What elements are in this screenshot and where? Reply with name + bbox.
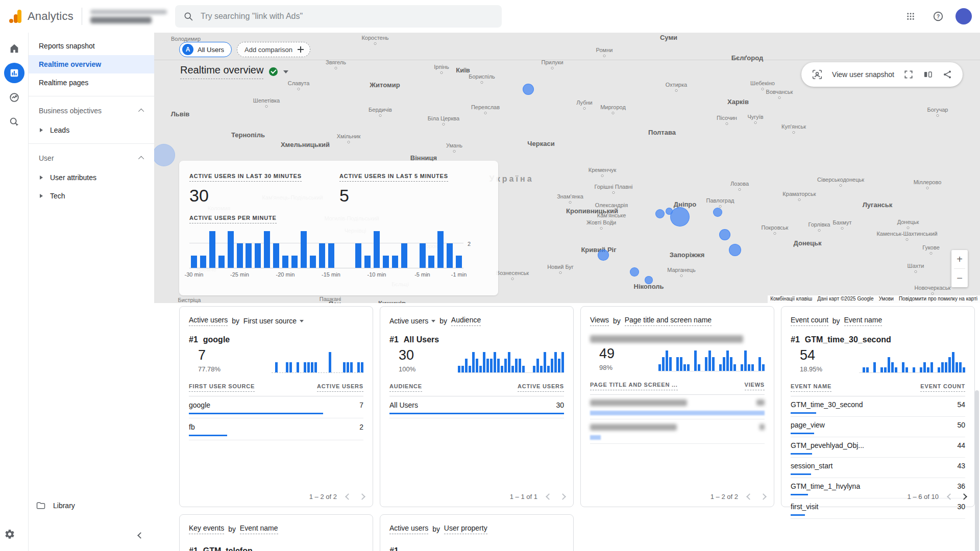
column-header-dimension[interactable]: FIRST USER SOURCE: [189, 383, 255, 392]
card-metric-selector[interactable]: Event count: [791, 316, 828, 326]
sparkline-bar: [952, 352, 954, 372]
sparkline-bar: [490, 359, 493, 372]
sidebar-section-business-objectives[interactable]: Business objectives: [29, 101, 154, 121]
column-header-metric[interactable]: VIEWS: [745, 382, 765, 390]
map-city-label: Міллерово: [914, 179, 942, 185]
active-users-5min-value: 5: [339, 186, 448, 206]
card-metric-selector[interactable]: Active users: [189, 316, 228, 326]
sidebar-item-realtime-pages[interactable]: Realtime pages: [29, 73, 154, 92]
column-header-metric[interactable]: EVENT COUNT: [920, 383, 965, 392]
sparkline-bar: [497, 359, 500, 372]
cell-metric-value: 7: [359, 401, 363, 409]
add-comparison-button[interactable]: Add comparison: [237, 42, 310, 57]
sidebar-item-leads[interactable]: Leads: [29, 121, 154, 139]
report-card: Event count by Event name#1GTM_time_30_s…: [781, 306, 975, 507]
card-top-rank: #1GTM_telefon...: [189, 546, 363, 551]
zoom-out-button[interactable]: −: [951, 269, 968, 287]
card-big-value: 49: [599, 346, 615, 362]
terms-link[interactable]: Умови: [876, 295, 896, 303]
row-value-bar: [189, 413, 323, 414]
column-header-dimension[interactable]: PAGE TITLE AND SCREEN ...: [590, 382, 678, 390]
keyboard-shortcuts-button[interactable]: Комбінації клавіш: [768, 295, 815, 303]
chevron-down-icon[interactable]: [283, 70, 288, 73]
sidebar-item-library[interactable]: Library: [29, 496, 154, 515]
column-header-metric[interactable]: ACTIVE USERS: [317, 383, 363, 392]
card-top-row: 5418.95%: [791, 347, 965, 373]
sparkline-bar: [680, 357, 682, 371]
all-users-comparison-chip[interactable]: A All Users: [179, 42, 232, 57]
card-dimension-selector[interactable]: User property: [444, 524, 487, 534]
sidebar-item-realtime-overview[interactable]: Realtime overview: [29, 55, 154, 73]
admin-settings-gear-icon[interactable]: [4, 529, 15, 540]
page-title[interactable]: Realtime overview: [180, 64, 263, 79]
card-percent: 18.95%: [800, 365, 822, 373]
sparkline-bar: [873, 362, 876, 372]
card-dimension-selector[interactable]: First user source: [243, 317, 297, 325]
column-header-metric[interactable]: ACTIVE USERS: [518, 383, 564, 392]
view-user-snapshot-button[interactable]: View user snapshot: [832, 70, 894, 79]
card-dimension-selector[interactable]: Page title and screen name: [625, 316, 712, 326]
card-title: Active users by User property: [389, 524, 564, 534]
report-map-error-link[interactable]: Повідомити про помилку на карті: [896, 295, 980, 303]
sparkline-bar: [504, 359, 507, 372]
card-metric-selector[interactable]: Active users: [389, 317, 428, 325]
compare-panels-icon[interactable]: [923, 69, 933, 80]
per-minute-bar: [191, 256, 197, 268]
help-icon[interactable]: ?: [928, 6, 948, 27]
google-apps-grid-icon[interactable]: [900, 6, 921, 27]
map-city-label: Покровськ: [762, 224, 789, 231]
header-divider: [82, 8, 82, 25]
rank-label: #1: [389, 335, 399, 344]
card-title: Key events by Event name: [189, 524, 363, 534]
share-icon[interactable]: [942, 69, 952, 80]
advertising-icon[interactable]: [4, 87, 24, 108]
home-icon[interactable]: [4, 38, 24, 59]
user-snapshot-icon[interactable]: [812, 69, 823, 80]
sparkline-bar: [494, 352, 496, 372]
account-switcher[interactable]: [90, 10, 167, 23]
analytics-home-link[interactable]: Analytics: [0, 10, 74, 23]
card-metric-selector[interactable]: Key events: [189, 524, 224, 534]
sidebar-item-tech[interactable]: Tech: [29, 187, 154, 205]
sidebar-item-user-attributes[interactable]: User attributes: [29, 168, 154, 187]
zoom-in-button[interactable]: +: [951, 250, 968, 268]
card-dimension-selector[interactable]: Event name: [240, 524, 278, 534]
sparkline-bar: [945, 362, 947, 372]
column-header-dimension[interactable]: EVENT NAME: [791, 383, 831, 392]
sidebar-item-reports-snapshot[interactable]: Reports snapshot: [29, 37, 154, 55]
realtime-report-cards: Active users by First user source#1googl…: [179, 306, 975, 507]
user-avatar[interactable]: [955, 8, 972, 24]
side-nav-divider: [29, 143, 154, 144]
explore-icon[interactable]: [4, 112, 24, 132]
fullscreen-icon[interactable]: [903, 69, 914, 80]
card-metric-selector[interactable]: Views: [590, 316, 609, 326]
per-minute-bar: [374, 231, 380, 268]
table-row: GTM_time_30_second54: [791, 396, 965, 417]
pagination-next-icon[interactable]: [961, 493, 967, 500]
per-minute-bar: [255, 243, 261, 268]
data-quality-check-icon[interactable]: [269, 67, 278, 76]
sidebar-item-label: Leads: [50, 126, 69, 134]
card-dimension-selector[interactable]: Audience: [451, 316, 481, 326]
sidebar-section-user[interactable]: User: [29, 148, 154, 168]
search-input[interactable]: [201, 12, 494, 21]
card-top-rank: [590, 335, 765, 343]
page-scrollbar[interactable]: [975, 390, 979, 551]
per-minute-bar: [282, 256, 288, 268]
table-row: [590, 395, 765, 419]
global-search[interactable]: [175, 5, 502, 28]
property-name-redacted: [90, 17, 152, 23]
card-dimension-selector[interactable]: Event name: [844, 316, 883, 326]
add-comparison-label: Add comparison: [244, 46, 292, 54]
cell-dimension-value: session_start: [791, 462, 832, 470]
cell-dimension-value: page_view: [791, 421, 825, 429]
active-users-per-minute-label: ACTIVE USERS PER MINUTE: [189, 215, 277, 223]
reports-icon[interactable]: [4, 63, 24, 83]
realtime-geo-map[interactable]: ВолодимирКоростеньЗвягельІрпіньКиївБорис…: [154, 33, 980, 303]
map-city-label: Умань: [446, 142, 462, 148]
city-dot-icon: [754, 121, 757, 124]
card-metric-selector[interactable]: Active users: [389, 524, 428, 534]
collapse-sidebar-button[interactable]: [134, 529, 147, 542]
sparkline-bar: [963, 367, 965, 372]
column-header-dimension[interactable]: AUDIENCE: [389, 383, 422, 392]
